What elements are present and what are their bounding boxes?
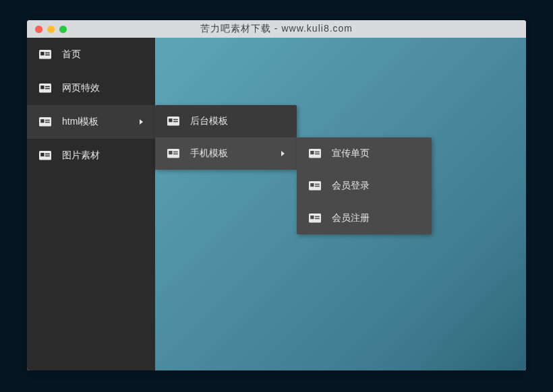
submenu-item-label: 手机模板	[190, 148, 281, 160]
svg-rect-30	[315, 216, 320, 218]
svg-rect-14	[173, 119, 178, 121]
svg-rect-22	[315, 152, 320, 153]
svg-rect-34	[45, 154, 50, 155]
svg-rect-1	[40, 52, 44, 55]
svg-rect-29	[310, 216, 314, 219]
card-icon	[39, 84, 51, 93]
sidebar-item-effects[interactable]: 网页特效	[27, 71, 155, 105]
svg-rect-33	[40, 153, 44, 156]
submenu2-item-flyer[interactable]: 宣传单页	[297, 137, 432, 170]
svg-rect-31	[315, 218, 320, 220]
window-title: 苦力吧素材下载 - www.kuli8.com	[27, 23, 526, 35]
chevron-right-icon	[281, 151, 285, 156]
sidebar-item-images[interactable]: 图片素材	[27, 139, 155, 172]
card-icon	[309, 149, 321, 158]
card-icon	[39, 117, 51, 127]
card-icon	[167, 117, 179, 126]
sidebar: 首页 网页特效 html模板	[27, 38, 155, 370]
submenu-html-templates: 后台模板 手机模板	[155, 105, 297, 170]
svg-rect-17	[169, 151, 172, 154]
workspace: 首页 网页特效 html模板	[27, 38, 526, 370]
svg-rect-13	[169, 119, 172, 122]
sidebar-item-label: 首页	[62, 48, 143, 61]
main-menu: 首页 网页特效 html模板	[27, 38, 155, 172]
svg-rect-27	[315, 186, 320, 187]
submenu-mobile-templates: 宣传单页 会员登录	[297, 137, 432, 234]
submenu-item-label: 后台模板	[190, 115, 285, 127]
svg-rect-2	[45, 53, 50, 54]
sidebar-item-label: html模板	[62, 116, 140, 128]
sidebar-item-label: 图片素材	[62, 150, 143, 162]
card-icon	[167, 149, 179, 158]
svg-rect-23	[315, 154, 320, 155]
svg-rect-11	[45, 122, 50, 123]
submenu-item-mobile[interactable]: 手机模板 宣传单页	[155, 137, 297, 170]
chevron-right-icon	[140, 119, 143, 125]
sidebar-item-label: 网页特效	[62, 82, 143, 94]
svg-rect-15	[173, 121, 178, 123]
svg-rect-7	[45, 88, 50, 90]
svg-rect-35	[45, 156, 50, 157]
titlebar: 苦力吧素材下载 - www.kuli8.com	[27, 20, 526, 38]
submenu-item-backend[interactable]: 后台模板	[155, 105, 297, 137]
sidebar-item-html-templates[interactable]: html模板 后台模板 手机模板	[27, 105, 155, 139]
submenu2-item-login[interactable]: 会员登录	[297, 170, 432, 202]
svg-rect-5	[40, 86, 44, 89]
svg-rect-18	[173, 152, 178, 153]
sidebar-item-home[interactable]: 首页	[27, 38, 155, 71]
svg-rect-10	[45, 120, 50, 121]
svg-rect-19	[173, 154, 178, 155]
svg-rect-25	[310, 183, 314, 187]
svg-rect-3	[45, 55, 50, 56]
browser-window: 苦力吧素材下载 - www.kuli8.com 首页 网页特效	[27, 20, 526, 370]
submenu2-item-label: 会员登录	[332, 180, 419, 192]
svg-rect-6	[45, 86, 50, 88]
submenu2-item-register[interactable]: 会员注册	[297, 202, 432, 234]
svg-rect-21	[310, 151, 314, 154]
svg-rect-26	[315, 184, 320, 185]
card-icon	[309, 181, 321, 191]
card-icon	[309, 214, 321, 223]
submenu2-item-label: 宣传单页	[332, 148, 419, 160]
submenu2-item-label: 会员注册	[332, 212, 419, 224]
card-icon	[39, 151, 51, 160]
card-icon	[39, 50, 51, 59]
svg-rect-9	[40, 119, 44, 123]
